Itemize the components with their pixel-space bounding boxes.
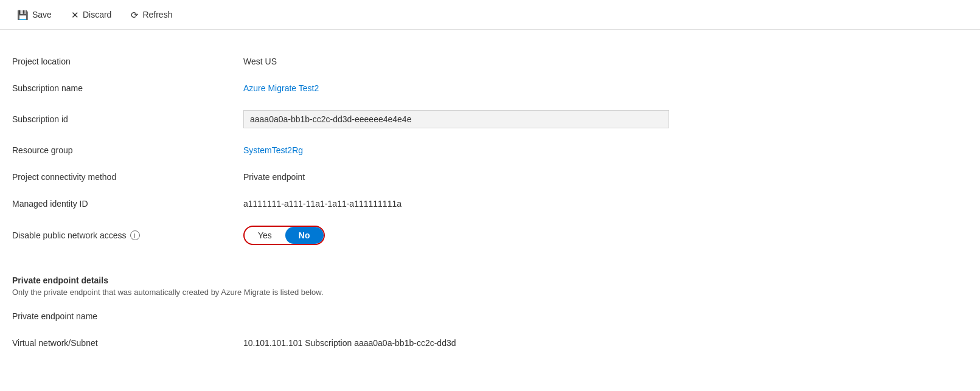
resource-group-label: Resource group: [12, 137, 243, 164]
subscription-id-box: aaaa0a0a-bb1b-cc2c-dd3d-eeeeee4e4e4e: [243, 110, 669, 128]
private-endpoint-name-label: Private endpoint name: [12, 303, 243, 330]
disable-public-network-label: Disable public network access i: [12, 217, 243, 254]
toggle-no-button[interactable]: No: [285, 227, 324, 244]
subscription-name-value: Azure Migrate Test2: [243, 75, 961, 102]
properties-grid: Project location West US Subscription na…: [12, 48, 961, 356]
project-location-label: Project location: [12, 48, 243, 75]
managed-identity-label: Managed identity ID: [12, 190, 243, 217]
refresh-label: Refresh: [142, 10, 172, 19]
project-location-value: West US: [243, 48, 961, 75]
private-endpoint-section-title: Private endpoint details: [12, 263, 961, 288]
subscription-name-link[interactable]: Azure Migrate Test2: [243, 83, 319, 93]
save-button[interactable]: 💾 Save: [12, 7, 57, 22]
discard-icon: ✕: [71, 10, 79, 19]
subscription-name-label: Subscription name: [12, 75, 243, 102]
toggle-group: Yes No: [243, 226, 325, 245]
discard-label: Discard: [83, 10, 111, 19]
discard-button[interactable]: ✕ Discard: [66, 7, 116, 22]
private-endpoint-section-desc: Only the private endpoint that was autom…: [12, 288, 961, 303]
resource-group-value: SystemTest2Rg: [243, 137, 961, 164]
content-area: Project location West US Subscription na…: [0, 30, 973, 369]
project-connectivity-label: Project connectivity method: [12, 164, 243, 190]
refresh-button[interactable]: ⟳ Refresh: [126, 7, 177, 22]
virtual-network-value: 10.101.101.101 Subscription aaaa0a0a-bb1…: [243, 330, 961, 356]
resource-group-link[interactable]: SystemTest2Rg: [243, 145, 303, 155]
refresh-icon: ⟳: [131, 10, 139, 19]
save-label: Save: [32, 10, 52, 19]
private-endpoint-name-value: [243, 303, 961, 330]
toolbar: 💾 Save ✕ Discard ⟳ Refresh: [0, 0, 980, 30]
subscription-id-value: aaaa0a0a-bb1b-cc2c-dd3d-eeeeee4e4e4e: [243, 102, 961, 137]
disable-public-network-toggle: Yes No: [243, 217, 961, 254]
subscription-id-label: Subscription id: [12, 102, 243, 137]
save-icon: 💾: [17, 10, 29, 19]
toggle-yes-button[interactable]: Yes: [245, 227, 285, 244]
info-icon[interactable]: i: [130, 230, 140, 240]
project-connectivity-value: Private endpoint: [243, 164, 961, 190]
virtual-network-label: Virtual network/Subnet: [12, 330, 243, 356]
managed-identity-value: a1111111-a111-11a1-1a11-a111111111a: [243, 190, 961, 217]
